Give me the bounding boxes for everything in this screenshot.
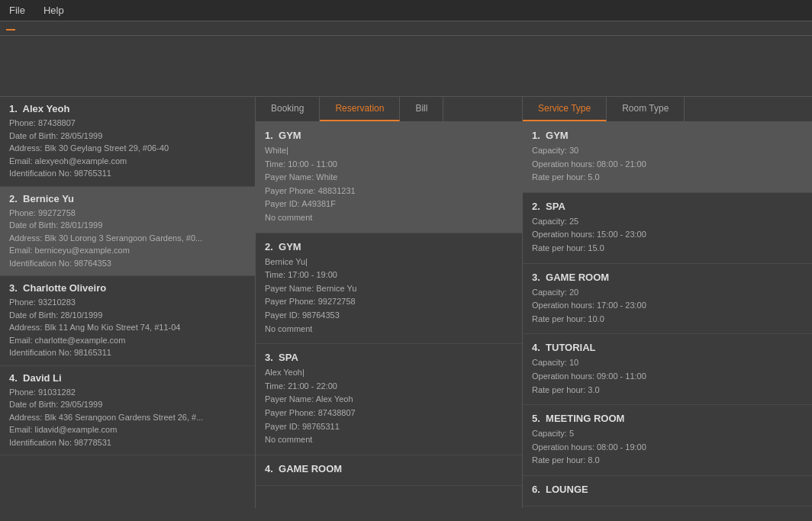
reservation-payer-name: Payer Name: Alex Yeoh bbox=[265, 393, 513, 407]
service-rate: Rate per hour: 5.0 bbox=[532, 171, 803, 185]
customer-address: Address: Blk 436 Serangoon Gardens Stree… bbox=[9, 411, 246, 424]
reservation-title: 1. GYM bbox=[265, 130, 513, 141]
service-hours: Operation hours: 08:00 - 21:00 bbox=[532, 158, 803, 172]
customer-name: 1. Alex Yeoh bbox=[9, 103, 246, 114]
customer-name: 2. Bernice Yu bbox=[9, 193, 246, 204]
customer-name: 3. Charlotte Oliveiro bbox=[9, 282, 246, 294]
reservation-payer: Alex Yeoh| bbox=[265, 366, 513, 380]
customer-email: Email: alexyeoh@example.com bbox=[9, 155, 246, 168]
service-capacity: Capacity: 10 bbox=[532, 356, 803, 370]
service-rate: Rate per hour: 15.0 bbox=[532, 242, 803, 256]
customer-item[interactable]: 4. David Li Phone: 91031282 Date of Birt… bbox=[0, 366, 255, 456]
menu-bar: File Help bbox=[0, 0, 812, 21]
reservation-time: Time: 17:00 - 19:00 bbox=[265, 269, 513, 282]
customer-id: Identification No: 98765311 bbox=[9, 167, 246, 180]
reservation-item[interactable]: 3. SPA Alex Yeoh| Time: 21:00 - 22:00 Pa… bbox=[256, 344, 522, 455]
reservation-item[interactable]: 4. GAME ROOM bbox=[256, 455, 522, 486]
service-type-list: 1. GYM Capacity: 30 Operation hours: 08:… bbox=[523, 122, 812, 508]
middle-panel: Booking Reservation Bill 1. GYM White| T… bbox=[256, 97, 523, 508]
customer-phone: Phone: 87438807 bbox=[9, 117, 246, 130]
service-title: 4. TUTORIAL bbox=[532, 342, 803, 353]
service-hours: Operation hours: 17:00 - 23:00 bbox=[532, 299, 803, 313]
customer-phone: Phone: 91031282 bbox=[9, 386, 246, 399]
help-menu[interactable]: Help bbox=[40, 3, 67, 18]
customer-phone: Phone: 93210283 bbox=[9, 296, 246, 309]
reservation-payer: Bernice Yu| bbox=[265, 256, 513, 269]
tab-bill[interactable]: Bill bbox=[400, 97, 443, 121]
booking-tab-headers: Booking Reservation Bill bbox=[256, 97, 522, 122]
customer-item[interactable]: 2. Bernice Yu Phone: 99272758 Date of Bi… bbox=[0, 187, 255, 277]
reservation-time: Time: 21:00 - 22:00 bbox=[265, 380, 513, 394]
service-title: 6. LOUNGE bbox=[532, 484, 803, 495]
customer-dob: Date of Birth: 28/05/1999 bbox=[9, 130, 246, 143]
service-capacity: Capacity: 20 bbox=[532, 286, 803, 300]
customer-item[interactable]: 1. Alex Yeoh Phone: 87438807 Date of Bir… bbox=[0, 97, 255, 187]
customer-item[interactable]: 3. Charlotte Oliveiro Phone: 93210283 Da… bbox=[0, 276, 255, 366]
service-tab-headers: Service Type Room Type bbox=[523, 97, 812, 122]
service-rate: Rate per hour: 10.0 bbox=[532, 313, 803, 326]
reservation-payer-id: Payer ID: A49381F bbox=[265, 198, 513, 211]
service-rate: Rate per hour: 3.0 bbox=[532, 384, 803, 397]
tab-service-type[interactable]: Service Type bbox=[523, 97, 607, 121]
right-panel: Service Type Room Type 1. GYM Capacity: … bbox=[523, 97, 812, 508]
service-capacity: Capacity: 25 bbox=[532, 215, 803, 229]
customer-dob: Date of Birth: 28/10/1999 bbox=[9, 309, 246, 322]
customer-email: Email: berniceyu@example.com bbox=[9, 244, 246, 257]
customer-phone: Phone: 99272758 bbox=[9, 207, 246, 220]
tab-reservation[interactable]: Reservation bbox=[320, 97, 400, 121]
service-title: 5. MEETING ROOM bbox=[532, 413, 803, 424]
tab-booking[interactable]: Booking bbox=[256, 97, 320, 121]
file-menu[interactable]: File bbox=[6, 3, 28, 18]
reservation-time: Time: 10:00 - 11:00 bbox=[265, 158, 513, 172]
customer-id: Identification No: 98778531 bbox=[9, 436, 246, 449]
reservation-payer-id: Payer ID: 98764353 bbox=[265, 309, 513, 323]
reservation-title: 3. SPA bbox=[265, 352, 513, 363]
tab-room-type[interactable]: Room Type bbox=[607, 97, 685, 121]
customer-dob: Date of Birth: 29/05/1999 bbox=[9, 398, 246, 411]
reservation-payer-id: Payer ID: 98765311 bbox=[265, 420, 513, 434]
service-item[interactable]: 4. TUTORIAL Capacity: 10 Operation hours… bbox=[523, 334, 812, 405]
service-title: 2. SPA bbox=[532, 201, 803, 212]
customer-email: Email: lidavid@example.com bbox=[9, 423, 246, 436]
tab-bar bbox=[0, 21, 812, 36]
service-item[interactable]: 3. GAME ROOM Capacity: 20 Operation hour… bbox=[523, 264, 812, 335]
reservation-comment: No comment bbox=[265, 323, 513, 336]
reservation-item[interactable]: 1. GYM White| Time: 10:00 - 11:00 Payer … bbox=[256, 122, 522, 233]
reservation-item[interactable]: 2. GYM Bernice Yu| Time: 17:00 - 19:00 P… bbox=[256, 233, 522, 345]
customer-address: Address: Blk 30 Geylang Street 29, #06-4… bbox=[9, 142, 246, 155]
service-item[interactable]: 6. LOUNGE bbox=[523, 476, 812, 507]
service-capacity: Capacity: 30 bbox=[532, 144, 803, 158]
customer-id: Identification No: 98165311 bbox=[9, 346, 246, 359]
service-rate: Rate per hour: 8.0 bbox=[532, 454, 803, 468]
service-item[interactable]: 1. GYM Capacity: 30 Operation hours: 08:… bbox=[523, 122, 812, 193]
reservation-list: 1. GYM White| Time: 10:00 - 11:00 Payer … bbox=[256, 122, 522, 508]
service-item[interactable]: 2. SPA Capacity: 25 Operation hours: 15:… bbox=[523, 193, 812, 264]
current-tab-label[interactable] bbox=[6, 26, 15, 31]
customer-name: 4. David Li bbox=[9, 372, 246, 384]
service-hours: Operation hours: 09:00 - 11:00 bbox=[532, 370, 803, 384]
top-area bbox=[0, 36, 812, 97]
customer-email: Email: charlotte@example.com bbox=[9, 334, 246, 347]
service-hours: Operation hours: 08:00 - 19:00 bbox=[532, 441, 803, 455]
reservation-title: 2. GYM bbox=[265, 241, 513, 252]
reservation-comment: No comment bbox=[265, 433, 513, 447]
customer-address: Address: Blk 30 Lorong 3 Serangoon Garde… bbox=[9, 232, 246, 245]
customer-dob: Date of Birth: 28/01/1999 bbox=[9, 219, 246, 232]
customer-list-panel: 1. Alex Yeoh Phone: 87438807 Date of Bir… bbox=[0, 97, 256, 508]
service-title: 3. GAME ROOM bbox=[532, 272, 803, 283]
panels-row: 1. Alex Yeoh Phone: 87438807 Date of Bir… bbox=[0, 97, 812, 508]
reservation-payer-phone: Payer Phone: 99272758 bbox=[265, 295, 513, 309]
reservation-comment: No comment bbox=[265, 211, 513, 225]
reservation-payer: White| bbox=[265, 144, 513, 158]
reservation-payer-name: Payer Name: White bbox=[265, 171, 513, 185]
reservation-payer-phone: Payer Phone: 48831231 bbox=[265, 185, 513, 198]
service-item[interactable]: 5. MEETING ROOM Capacity: 5 Operation ho… bbox=[523, 405, 812, 476]
customer-id: Identification No: 98764353 bbox=[9, 257, 246, 270]
reservation-payer-name: Payer Name: Bernice Yu bbox=[265, 282, 513, 296]
service-capacity: Capacity: 5 bbox=[532, 427, 803, 441]
service-title: 1. GYM bbox=[532, 130, 803, 141]
service-hours: Operation hours: 15:00 - 23:00 bbox=[532, 228, 803, 242]
reservation-title: 4. GAME ROOM bbox=[265, 463, 513, 474]
customer-address: Address: Blk 11 Ang Mo Kio Street 74, #1… bbox=[9, 321, 246, 334]
reservation-payer-phone: Payer Phone: 87438807 bbox=[265, 407, 513, 420]
